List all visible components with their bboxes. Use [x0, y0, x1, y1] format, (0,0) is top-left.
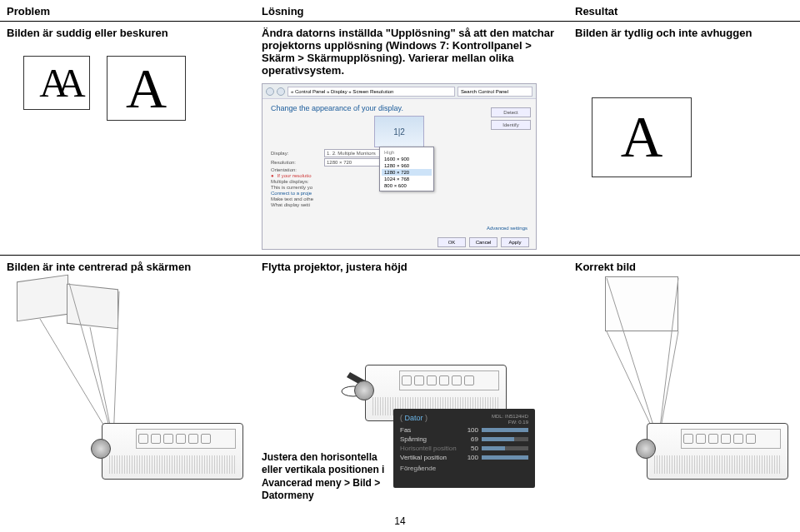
control-panel-icon — [399, 370, 499, 390]
header-result: Resultat — [568, 0, 800, 22]
osd-menu: MDL: IN5124HD FW: 0.19 ( Dator ) Fas100S… — [393, 409, 535, 488]
forward-icon — [277, 87, 285, 96]
lens-icon — [91, 439, 111, 459]
search-box: Search Control Panel — [458, 87, 532, 97]
svg-line-1 — [69, 283, 113, 441]
page-number: 14 — [0, 515, 800, 527]
troubleshoot-table: Problem Lösning Resultat Bilden är suddi… — [0, 0, 800, 511]
projector-icon — [647, 423, 788, 480]
row2-solution-text: Flytta projektor, justera höjd — [262, 261, 562, 273]
header-problem: Problem — [0, 0, 255, 22]
ok-button: OK — [438, 237, 466, 247]
svg-line-6 — [607, 278, 658, 441]
cancel-button: Cancel — [469, 237, 498, 247]
detect-button: Detect — [491, 107, 531, 117]
row1-result-text: Bilden är tydlig och inte avhuggen — [575, 27, 800, 39]
osd-row: Vertikal position100 — [400, 454, 528, 461]
projector-icon — [102, 423, 243, 480]
back-icon — [266, 87, 274, 96]
svg-line-7 — [658, 278, 678, 441]
address-bar: « Control Panel » Display » Screen Resol… — [288, 87, 455, 97]
win7-title: Change the appearance of your display. — [271, 104, 528, 112]
display-dropdown: 1. 2. Multiple Monitors — [324, 149, 382, 157]
row2-problem-text: Bilden är inte centrerad på skärmen — [7, 261, 248, 273]
resolution-popup: High 1600 × 900 1280 × 960 1280 × 720 10… — [379, 147, 434, 191]
svg-line-3 — [113, 291, 119, 441]
control-panel-icon — [681, 429, 781, 449]
osd-row: Horisontell position50 — [400, 445, 528, 452]
advanced-link: Advanced settings — [487, 226, 528, 231]
miscentered-scene — [7, 273, 248, 506]
windows7-screenshot: « Control Panel » Display » Screen Resol… — [262, 83, 537, 250]
resolution-dropdown: 1280 × 720 — [324, 158, 382, 167]
row2-result-text: Korrekt bild — [575, 261, 800, 273]
blurry-screen-icon: AA — [23, 56, 90, 110]
monitor-preview-icon: 1|2 — [374, 116, 424, 147]
clear-screen-icon: A — [592, 97, 692, 177]
correct-scene — [575, 273, 800, 506]
lens-icon — [354, 380, 374, 400]
header-solution: Lösning — [255, 0, 568, 22]
adjust-scene: Justera den horisontella eller vertikala… — [262, 273, 562, 506]
apply-button: Apply — [501, 237, 529, 247]
lens-icon — [636, 439, 656, 459]
adjust-instruction: Justera den horisontella eller vertikala… — [262, 451, 387, 503]
osd-row: Spårning69 — [400, 435, 528, 443]
osd-row: Fas100 — [400, 426, 528, 434]
identify-button: Identify — [491, 120, 531, 130]
control-panel-icon — [136, 429, 236, 449]
row1-problem-text: Bilden är suddig eller beskuren — [7, 27, 248, 39]
cropped-screen-icon: A — [107, 56, 186, 121]
row1-solution-text: Ändra datorns inställda "Upplösning" så … — [262, 27, 562, 77]
